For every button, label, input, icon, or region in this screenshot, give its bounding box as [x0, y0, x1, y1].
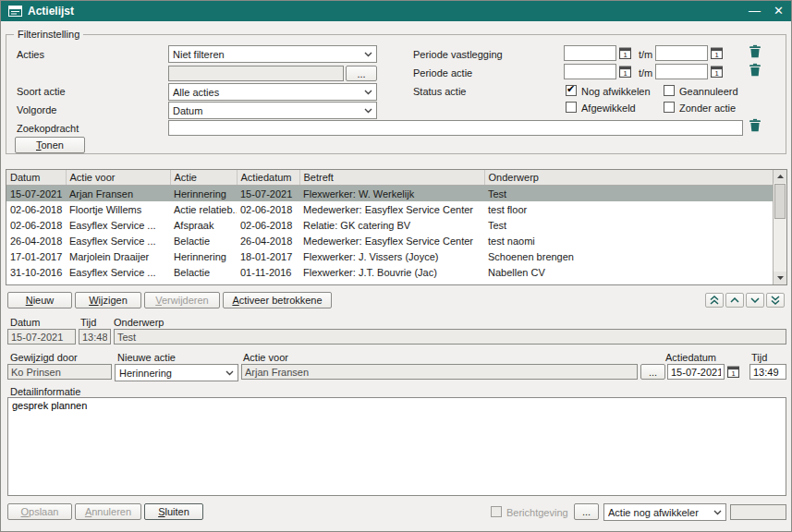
scroll-up-icon[interactable] — [774, 170, 786, 183]
actions-table: Datum Actie voor Actie Actiedatum Betref… — [6, 169, 787, 285]
column-header[interactable]: Actiedatum — [237, 170, 299, 186]
select-value: Herinnering — [119, 368, 225, 379]
chevron-up-icon — [730, 297, 739, 303]
column-header[interactable]: Actie voor — [66, 170, 170, 186]
calendar-icon: 1 — [727, 366, 739, 378]
trash-icon — [749, 44, 762, 58]
footer-status-select[interactable]: Actie nog afwikkeler — [603, 503, 726, 521]
chevron-down-icon — [364, 52, 372, 57]
detailinformatie-label: Detailinformatie — [10, 386, 80, 397]
table-row[interactable]: 15-07-2021Arjan FransenHerinnering15-07-… — [6, 186, 773, 202]
gewijzigd-door-label: Gewijzigd door — [10, 352, 78, 363]
opslaan-button: Opslaan — [7, 503, 72, 520]
nieuw-button[interactable]: Nieuw — [7, 292, 72, 308]
acties-browse-button[interactable]: ... — [346, 66, 377, 81]
activeer-betrokkene-button[interactable]: Activeer betrokkene — [223, 292, 332, 308]
tonen-button[interactable]: Tonen — [15, 137, 85, 153]
double-chevron-down-icon — [771, 296, 780, 305]
checkbox-nog-afwikkelen[interactable] — [566, 85, 577, 96]
acties-select[interactable]: Niet filteren — [168, 45, 377, 63]
table-row[interactable]: 17-01-2017Marjolein DraaijerHerinnering1… — [6, 248, 773, 264]
go-next-button[interactable] — [746, 293, 764, 308]
double-chevron-up-icon — [710, 296, 719, 305]
checkbox-geannuleerd[interactable] — [664, 85, 675, 96]
svg-text:1: 1 — [623, 69, 627, 78]
titlebar: Actielijst — ✕ — [1, 1, 791, 21]
window-title: Actielijst — [28, 5, 74, 18]
acties-detail-input — [168, 66, 344, 81]
periode-actie-from-input[interactable] — [564, 64, 616, 79]
soort-actie-select[interactable]: Alle acties — [168, 83, 377, 101]
select-value: Niet filteren — [173, 49, 364, 60]
detailinformatie-textarea[interactable]: gesprek plannen — [7, 397, 786, 496]
go-last-button[interactable] — [766, 293, 785, 308]
svg-text:1: 1 — [623, 51, 627, 59]
table-row[interactable]: 02-06-2018Easyflex Service ...Afspraak02… — [6, 217, 773, 233]
chevron-down-icon — [225, 370, 234, 376]
nieuwe-actie-select[interactable]: Herinnering — [115, 364, 238, 381]
scroll-down-icon[interactable] — [774, 272, 786, 284]
volgorde-label: Volgorde — [17, 104, 56, 115]
checkbox-afgewikkeld-label: Afgewikkeld — [581, 103, 636, 114]
periode-vastlegging-tm-label: t/m — [639, 49, 652, 60]
table-scrollbar[interactable] — [773, 170, 786, 284]
scrollbar-thumb[interactable] — [774, 184, 786, 219]
clear-search-button[interactable] — [749, 118, 762, 132]
column-header[interactable]: Datum — [6, 170, 66, 186]
periode-vastlegging-from-input[interactable] — [564, 45, 616, 61]
actie-voor-field — [241, 364, 638, 380]
verwijderen-button: Verwijderen — [144, 292, 220, 308]
volgorde-select[interactable]: Datum — [168, 102, 377, 119]
filter-group: Filterinstelling Acties Niet filteren ..… — [6, 34, 786, 154]
zoekopdracht-input[interactable] — [168, 120, 743, 136]
actie-voor-browse-button[interactable]: ... — [640, 364, 665, 380]
onderwerp-field — [114, 329, 786, 345]
column-header[interactable]: Betreft — [299, 170, 484, 186]
checkbox-zonder-actie[interactable] — [664, 102, 675, 113]
checkbox-zonder-actie-label: Zonder actie — [679, 103, 736, 114]
clear-periode-vastlegging-button[interactable] — [749, 44, 762, 58]
column-header[interactable]: Actie — [170, 170, 237, 186]
periode-vastlegging-to-calendar-button[interactable]: 1 — [711, 47, 723, 59]
go-previous-button[interactable] — [725, 293, 744, 308]
select-value: Datum — [173, 105, 364, 116]
actielijst-window: Actielijst — ✕ Filterinstelling Acties N… — [0, 0, 792, 532]
trash-icon — [749, 118, 762, 132]
sluiten-button[interactable]: Sluiten — [144, 503, 203, 520]
zoekopdracht-label: Zoekopdracht — [17, 123, 79, 134]
go-first-button[interactable] — [705, 293, 724, 308]
actie-voor-label: Actie voor — [243, 352, 288, 363]
periode-vastlegging-from-calendar-button[interactable]: 1 — [619, 47, 631, 59]
wijzigen-button[interactable]: Wijzigen — [75, 292, 141, 308]
onderwerp-label: Onderwerp — [114, 317, 164, 328]
actiedatum-field[interactable] — [667, 364, 725, 380]
calendar-icon: 1 — [619, 66, 631, 78]
table-row[interactable]: 31-10-2016Easyflex Service ...Belactie01… — [6, 264, 773, 280]
periode-actie-to-calendar-button[interactable]: 1 — [711, 66, 723, 78]
periode-actie-from-calendar-button[interactable]: 1 — [619, 66, 631, 78]
periode-vastlegging-to-input[interactable] — [655, 45, 708, 61]
checkbox-nog-afwikkelen-label: Nog afwikkelen — [581, 86, 651, 97]
checkbox-afgewikkeld[interactable] — [566, 102, 577, 113]
select-value: Actie nog afwikkeler — [608, 507, 713, 518]
table-row[interactable]: 02-06-2018Floortje WillemsActie relatieb… — [6, 201, 773, 217]
calendar-icon: 1 — [711, 66, 723, 78]
actiedatum-calendar-button[interactable]: 1 — [727, 366, 739, 378]
chevron-down-icon — [364, 108, 372, 114]
minimize-button[interactable]: — — [749, 1, 761, 21]
acties-label: Acties — [17, 49, 44, 60]
periode-actie-label: Periode actie — [413, 67, 472, 79]
table-row[interactable]: 26-04-2018Easyflex Service ...Belactie26… — [6, 233, 773, 248]
column-header[interactable]: Onderwerp — [484, 170, 773, 186]
chevron-down-icon — [750, 297, 760, 303]
actie-tijd-field[interactable] — [749, 364, 786, 380]
close-button[interactable]: ✕ — [774, 1, 784, 21]
berichtgeving-browse-button[interactable]: ... — [574, 503, 599, 520]
periode-actie-to-input[interactable] — [655, 64, 708, 79]
berichtgeving-checkbox — [491, 506, 502, 517]
datum-label: Datum — [10, 317, 40, 328]
clear-periode-actie-button[interactable] — [749, 63, 762, 77]
calendar-icon: 1 — [711, 47, 723, 59]
berichtgeving-label: Berichtgeving — [506, 507, 568, 518]
checkbox-geannuleerd-label: Geannuleerd — [679, 86, 738, 97]
